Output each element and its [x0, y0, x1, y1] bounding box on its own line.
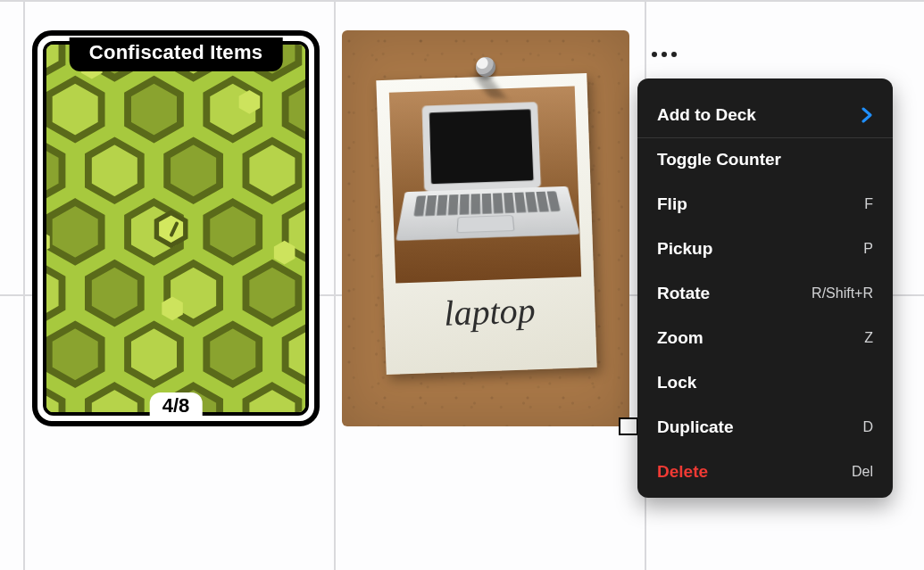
menu-item-add-to-deck[interactable]: Add to Deck — [637, 93, 893, 137]
menu-item-shortcut: Z — [864, 330, 873, 346]
menu-item-label: Add to Deck — [657, 105, 756, 125]
deck-counter: 4/8 — [150, 392, 203, 419]
menu-item-label: Lock — [657, 373, 696, 392]
polaroid-frame: laptop — [376, 73, 596, 375]
polaroid-photo — [389, 86, 581, 283]
menu-item-pickup[interactable]: Pickup P — [637, 227, 893, 271]
menu-item-shortcut: R/Shift+R — [812, 285, 873, 302]
pushpin-icon — [472, 55, 499, 82]
context-menu: Add to Deck Toggle Counter Flip F Pickup… — [637, 78, 893, 498]
menu-item-label: Flip — [657, 194, 687, 214]
menu-item-label: Rotate — [657, 284, 710, 303]
selection-checkbox[interactable] — [619, 417, 638, 435]
menu-item-label: Duplicate — [657, 417, 734, 437]
hexagon-pattern — [46, 45, 305, 412]
menu-item-label: Zoom — [657, 328, 703, 348]
menu-item-shortcut: D — [862, 419, 873, 435]
menu-item-toggle-counter[interactable]: Toggle Counter — [637, 137, 893, 182]
deck-card-art — [43, 41, 309, 416]
polaroid-caption: laptop — [384, 287, 595, 336]
menu-item-shortcut: F — [864, 196, 873, 212]
overflow-menu-icon[interactable] — [652, 49, 678, 60]
menu-item-lock[interactable]: Lock — [637, 360, 893, 405]
menu-item-label: Pickup — [657, 239, 712, 259]
board-canvas[interactable]: Confiscated Items — [0, 0, 924, 570]
laptop-screen — [422, 102, 541, 191]
chevron-right-icon — [861, 107, 873, 123]
menu-item-label: Toggle Counter — [657, 150, 781, 169]
menu-item-rotate[interactable]: Rotate R/Shift+R — [637, 271, 893, 316]
deck-card-confiscated-items[interactable]: Confiscated Items — [32, 30, 320, 426]
deck-title: Confiscated Items — [70, 37, 283, 71]
menu-item-shortcut: Del — [852, 464, 873, 480]
photo-card-laptop[interactable]: laptop — [342, 30, 629, 426]
menu-item-flip[interactable]: Flip F — [637, 182, 893, 227]
menu-item-duplicate[interactable]: Duplicate D — [637, 405, 893, 450]
menu-item-shortcut: P — [863, 241, 873, 257]
menu-item-label: Delete — [657, 462, 708, 482]
laptop-base — [395, 186, 579, 241]
menu-item-zoom[interactable]: Zoom Z — [637, 316, 893, 360]
menu-item-delete[interactable]: Delete Del — [637, 450, 893, 494]
